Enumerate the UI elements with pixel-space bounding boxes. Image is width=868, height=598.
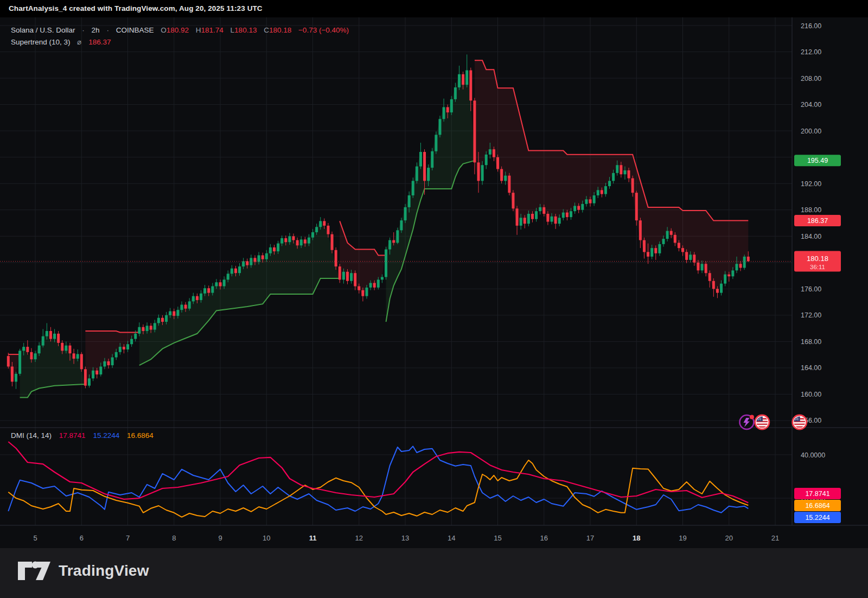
supertrend-up-price-badge: 195.49 [794,155,841,166]
time-tick-label: 9 [218,534,222,542]
time-tick-label: 6 [80,534,84,542]
price-tick-label: 184.00 [801,233,821,240]
high-label: H [196,26,201,34]
dmi-minus-di-value: 16.6864 [127,431,154,440]
legend-separator: · [106,26,109,34]
dmi-legend-row[interactable]: DMI (14, 14) 17.8741 15.2244 16.6864 [11,431,154,440]
close-value: 180.18 [269,26,291,34]
svg-text:180.18: 180.18 [807,255,828,263]
price-tick-label: 212.00 [801,48,821,56]
time-tick-label: 19 [679,534,686,542]
price-tick-label: 208.00 [801,75,821,82]
title-bar: ChartAnalysis_4 created with TradingView… [0,0,868,17]
svg-text:16.6864: 16.6864 [805,502,829,510]
supertrend-legend-row[interactable]: Supertrend (10, 3) ⌀ 186.37 [11,36,349,48]
supertrend-value: 186.37 [88,38,111,46]
footer-bar: TradingView [0,548,868,598]
supertrend-source-icon: ⌀ [77,38,81,46]
price-tick-label: 172.00 [801,311,821,319]
time-tick-label: 5 [33,534,37,542]
dmi-line-plusDI [8,446,748,512]
chart-area[interactable]: 216.00212.00208.00204.00200.00192.00188.… [0,17,868,548]
price-chart-svg[interactable]: 216.00212.00208.00204.00200.00192.00188.… [0,17,868,548]
dmi-pane [8,442,748,517]
price-tick-label: 192.00 [801,180,821,188]
tradingview-logo-link[interactable]: TradingView [17,561,149,581]
tradingview-logo-icon [17,561,51,581]
dmi-adx-value: 17.8741 [59,431,86,440]
supertrend-down-price-badge: 186.37 [794,215,841,226]
svg-text:15.2244: 15.2244 [805,514,829,521]
close-label: C [264,26,269,34]
time-tick-label: 14 [448,534,455,542]
dmi-line-minusDI [8,460,748,517]
time-tick-label: 8 [172,534,176,542]
time-tick-label: 7 [126,534,130,542]
low-value: 180.13 [234,26,257,34]
dmi-value-badge: 16.6864 [794,500,841,511]
exchange-label[interactable]: COINBASE [116,26,154,34]
svg-text:17.8741: 17.8741 [805,490,829,498]
us-flag-event-icon[interactable] [755,415,775,429]
dmi-tick-label: 40.0000 [801,451,825,459]
symbol-legend-row[interactable]: Solana / U.S. Dollar · 2h · COINBASE O18… [11,24,349,36]
time-tick-label: 12 [355,534,363,542]
time-tick-label: 10 [263,534,270,542]
time-tick-label: 15 [494,534,501,542]
symbol-name[interactable]: Solana / U.S. Dollar [11,26,75,34]
low-label: L [231,26,235,34]
price-tick-label: 204.00 [801,101,821,109]
high-value: 181.74 [201,26,224,34]
legend-separator: · [82,26,85,34]
time-tick-label: 20 [725,534,733,542]
dmi-plus-di-value: 15.2244 [93,431,119,440]
pane-borders [0,17,868,525]
dmi-line-ADX [8,442,748,503]
price-tick-label: 216.00 [801,22,821,30]
dmi-value-badge: 15.2244 [794,512,841,523]
time-tick-label: 11 [309,534,317,542]
change-value: −0.73 (−0.40%) [298,26,349,34]
tradingview-logo-text: TradingView [59,562,149,580]
economic-event-lightning-icon[interactable] [739,415,754,430]
svg-text:195.49: 195.49 [807,157,828,164]
supertrend-name[interactable]: Supertrend (10, 3) [11,38,71,46]
time-tick-label: 13 [401,534,409,542]
dmi-name[interactable]: DMI (14, 14) [11,431,52,440]
svg-text:186.37: 186.37 [807,217,828,225]
price-tick-label: 160.00 [801,391,821,398]
time-tick-label: 16 [540,534,548,542]
timeframe-label[interactable]: 2h [92,26,100,34]
time-tick-label: 18 [633,534,640,542]
svg-text:36:11: 36:11 [810,264,825,270]
open-label: O [161,26,167,34]
symbol-legend[interactable]: Solana / U.S. Dollar · 2h · COINBASE O18… [11,24,349,48]
dmi-value-badge: 17.8741 [794,488,841,499]
time-tick-label: 21 [771,534,779,542]
price-tick-label: 168.00 [801,338,821,346]
page-title: ChartAnalysis_4 created with TradingView… [9,4,263,12]
time-axis[interactable]: 56789101112131415161718192021 [33,534,779,542]
price-tick-label: 188.00 [801,206,821,214]
time-tick-label: 17 [586,534,594,542]
price-tick-label: 164.00 [801,364,821,372]
open-value: 180.92 [167,26,189,34]
current-price-badge: 180.1836:11 [794,251,841,272]
price-tick-label: 200.00 [801,128,821,135]
price-tick-label: 176.00 [801,285,821,293]
